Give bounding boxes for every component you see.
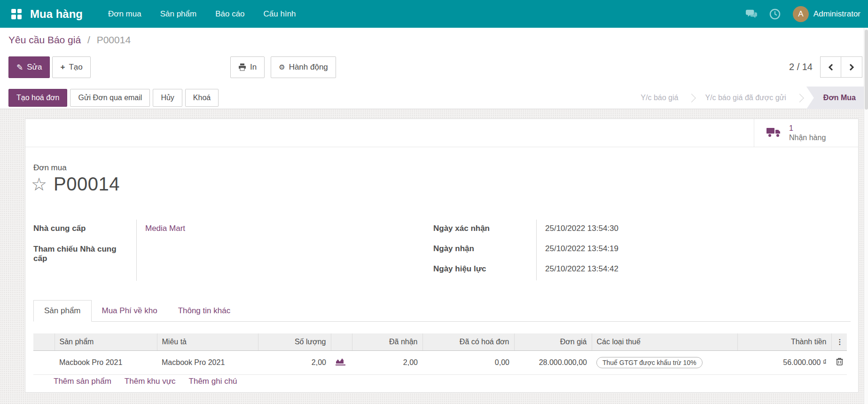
print-button[interactable]: In (230, 56, 265, 78)
breadcrumb-current: P00014 (97, 34, 131, 45)
nav-menu-don-mua[interactable]: Đơn mua (99, 0, 151, 28)
confirmation-date-label: Ngày xác nhận (433, 220, 537, 240)
doc-type-label: Đơn mua (33, 163, 67, 173)
optional-columns-icon[interactable]: ⋮ (831, 333, 847, 350)
tab-products[interactable]: Sản phẩm (33, 300, 92, 322)
pager-previous-button[interactable] (820, 56, 841, 78)
print-button-label: In (250, 63, 257, 72)
forecast-chart-icon[interactable] (331, 350, 352, 374)
field-row-vendor-reference: Tham chiếu Nhà cung cấp (33, 240, 405, 281)
col-header-unit-price[interactable]: Đơn giá (514, 333, 592, 350)
receipt-date-value[interactable]: 25/10/2022 13:54:19 (537, 240, 618, 260)
breadcrumb-parent-link[interactable]: Yêu cầu Báo giá (8, 34, 81, 45)
row-billed[interactable]: 0,00 (422, 350, 514, 374)
receipts-label: Nhận hàng (789, 133, 826, 143)
nav-menu-san-pham[interactable]: Sản phẩm (151, 0, 206, 28)
row-handle-cell (33, 350, 55, 374)
col-header-forecast (331, 333, 352, 350)
col-header-product[interactable]: Sản phẩm (55, 333, 157, 350)
status-step-purchase-order[interactable]: Đơn Mua (806, 87, 868, 109)
pager-count: 2 / 14 (789, 62, 813, 72)
row-subtotal: 56.000.000 ₫ (737, 350, 831, 374)
top-navbar: Mua hàng Đơn mua Sản phẩm Báo cáo Cấu hì… (0, 0, 868, 28)
app-name[interactable]: Mua hàng (30, 8, 83, 21)
chevron-right-icon (795, 94, 804, 102)
create-bill-button[interactable]: Tạo hoá đơn (8, 89, 67, 107)
user-name: Administrator (813, 9, 860, 19)
status-step-rfq-sent[interactable]: Y/c báo giá đã được gửi (696, 94, 795, 102)
favorite-star-icon[interactable]: ☆ (31, 175, 47, 193)
table-row[interactable]: Macbook Pro 2021 Macbook Pro 2021 2,00 2… (33, 350, 847, 374)
user-menu[interactable]: A Administrator (793, 6, 860, 22)
notebook-tabs: Sản phẩm Mua Phí về kho Thông tin khác (33, 299, 851, 322)
vendor-reference-field-label: Tham chiếu Nhà cung cấp (33, 240, 137, 281)
add-product-link[interactable]: Thêm sản phẩm (54, 377, 111, 386)
messages-icon[interactable] (746, 8, 757, 20)
effective-date-label: Ngày hiệu lực (433, 260, 537, 280)
pager-next-button[interactable] (841, 56, 862, 78)
create-button-label: Tạo (69, 63, 82, 72)
delete-row-cell (831, 350, 847, 374)
record-pager: 2 / 14 (789, 56, 862, 78)
action-button-label: Hành động (289, 63, 328, 72)
edit-button[interactable]: ✎ Sửa (8, 56, 50, 78)
send-by-email-button[interactable]: Gửi Đơn qua email (70, 89, 150, 107)
avatar: A (793, 6, 809, 22)
table-header-row: Sản phẩm Miêu tả Số lượng Đã nhận Đã có … (33, 333, 847, 350)
nav-menu-cau-hinh[interactable]: Cấu hình (254, 0, 305, 28)
row-received[interactable]: 2,00 (352, 350, 422, 374)
col-header-billed[interactable]: Đã có hoá đơn (422, 333, 514, 350)
add-note-link[interactable]: Thêm ghi chú (189, 377, 237, 386)
vendor-reference-field-value[interactable] (137, 240, 145, 281)
trash-icon[interactable] (836, 357, 843, 365)
scrollbar-thumb[interactable] (865, 30, 868, 110)
receipt-date-label: Ngày nhận (433, 240, 537, 260)
vertical-scrollbar[interactable] (864, 28, 868, 404)
breadcrumb-separator: / (87, 34, 90, 45)
statusbar: Tạo hoá đơn Gửi Đơn qua email Hủy Khoá Y… (0, 87, 868, 109)
button-box-strip (25, 119, 858, 147)
chevron-right-icon (688, 94, 696, 102)
col-header-qty[interactable]: Số lượng (258, 333, 331, 350)
form-header-block: Yêu cầu Báo giá / P00014 ✎ Sửa + Tạo In (0, 28, 868, 109)
confirmation-date-value[interactable]: 25/10/2022 13:54:30 (537, 220, 618, 240)
plus-icon: + (60, 63, 65, 72)
row-product[interactable]: Macbook Pro 2021 (55, 350, 157, 374)
nav-menu-bao-cao[interactable]: Báo cáo (206, 0, 254, 28)
add-section-link[interactable]: Thêm khu vực (125, 377, 176, 386)
create-button[interactable]: + Tạo (52, 56, 90, 78)
col-header-subtotal[interactable]: Thành tiền (737, 333, 831, 350)
breadcrumb: Yêu cầu Báo giá / P00014 (8, 34, 131, 46)
field-row-effective-date: Ngày hiệu lực 25/10/2022 13:54:42 (433, 260, 725, 280)
cancel-button[interactable]: Hủy (153, 89, 182, 107)
gear-icon: ⚙ (279, 63, 285, 71)
status-step-rfq[interactable]: Y/c báo giá (631, 94, 688, 102)
row-taxes[interactable]: Thuế GTGT được khấu trừ 10% (592, 350, 737, 374)
row-description[interactable]: Macbook Pro 2021 (157, 350, 258, 374)
row-unit-price[interactable]: 28.000.000,00 (514, 350, 592, 374)
page-title: P00014 (54, 174, 120, 195)
action-button[interactable]: ⚙ Hành động (271, 56, 336, 78)
col-header-received[interactable]: Đã nhận (352, 333, 422, 350)
receipts-count: 1 (789, 124, 826, 133)
row-qty[interactable]: 2,00 (258, 350, 331, 374)
truck-icon (766, 127, 782, 140)
field-row-vendor: Nhà cung cấp Media Mart (33, 220, 405, 240)
col-header-description[interactable]: Miêu tả (157, 333, 258, 350)
field-row-confirmation-date: Ngày xác nhận 25/10/2022 13:54:30 (433, 220, 725, 240)
status-steps: Y/c báo giá Y/c báo giá đã được gửi Đơn … (631, 87, 868, 109)
printer-icon (238, 63, 246, 71)
apps-menu-icon[interactable] (11, 9, 22, 19)
lock-button[interactable]: Khoá (185, 89, 219, 107)
tab-other-info[interactable]: Thông tin khác (168, 301, 241, 321)
receipts-smart-button[interactable]: 1 Nhận hàng (754, 119, 858, 147)
vendor-field-value[interactable]: Media Mart (137, 220, 185, 240)
tab-landed-costs[interactable]: Mua Phí về kho (92, 301, 168, 321)
activities-clock-icon[interactable] (769, 8, 781, 20)
field-row-receipt-date: Ngày nhận 25/10/2022 13:54:19 (433, 240, 725, 260)
order-lines-table: Sản phẩm Miêu tả Số lượng Đã nhận Đã có … (33, 333, 847, 375)
effective-date-value[interactable]: 25/10/2022 13:54:42 (537, 260, 618, 280)
col-header-taxes[interactable]: Các loại thuế (592, 333, 737, 350)
tax-badge[interactable]: Thuế GTGT được khấu trừ 10% (596, 357, 703, 368)
purchase-order-form-page: Mua hàng Đơn mua Sản phẩm Báo cáo Cấu hì… (0, 0, 868, 404)
